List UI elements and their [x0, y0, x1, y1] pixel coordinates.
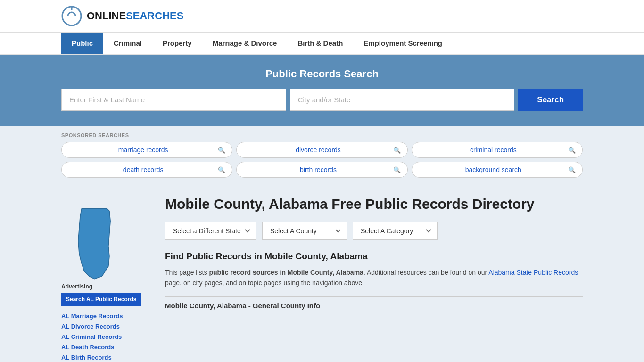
sponsored-background[interactable]: background search 🔍	[412, 162, 583, 178]
sidebar-link-divorce[interactable]: AL Divorce Records	[61, 322, 151, 330]
search-button[interactable]: Search	[518, 89, 583, 111]
directory-title: Mobile County, Alabama Free Public Recor…	[165, 196, 583, 213]
find-text-bold: public record sources in Mobile County, …	[209, 269, 363, 276]
sidebar-links: AL Marriage Records AL Divorce Records A…	[61, 312, 151, 362]
nav-item-birth-death[interactable]: Birth & Death	[287, 33, 353, 54]
county-dropdown[interactable]: Select A County	[262, 222, 347, 240]
state-dropdown[interactable]: Select a Different State	[165, 222, 256, 240]
sidebar-link-birth[interactable]: AL Birth Records	[61, 353, 151, 362]
logo-text: ONLINESEARCHES	[87, 10, 183, 22]
search-icon-3: 🔍	[568, 147, 576, 154]
logo: ONLINESEARCHES	[61, 6, 183, 26]
search-icon-2: 🔍	[393, 147, 401, 154]
sidebar-ad-label: Advertising	[61, 283, 151, 290]
nav-item-marriage-divorce[interactable]: Marriage & Divorce	[202, 33, 288, 54]
main-nav: Public Criminal Property Marriage & Divo…	[0, 33, 644, 55]
sidebar-link-marriage[interactable]: AL Marriage Records	[61, 312, 151, 320]
sponsored-grid: marriage records 🔍 divorce records 🔍 cri…	[61, 142, 583, 178]
nav-item-criminal[interactable]: Criminal	[103, 33, 152, 54]
sponsored-label: SPONSORED SEARCHES	[61, 132, 583, 138]
search-icon-6: 🔍	[568, 166, 576, 173]
alabama-state-link[interactable]: Alabama State Public Records	[488, 269, 578, 276]
state-map	[61, 206, 151, 283]
sidebar-ad-button[interactable]: Search AL Public Records	[61, 293, 141, 306]
logo-searches: SEARCHES	[126, 10, 183, 22]
sidebar: Advertising Search AL Public Records AL …	[61, 188, 151, 362]
sponsored-divorce-link[interactable]: divorce records	[243, 146, 393, 154]
sponsored-criminal[interactable]: criminal records 🔍	[412, 142, 583, 158]
find-text-mid: . Additional resources can be found on o…	[363, 269, 488, 276]
search-banner-title: Public Records Search	[61, 68, 583, 80]
sponsored-marriage[interactable]: marriage records 🔍	[61, 142, 232, 158]
nav-item-employment[interactable]: Employment Screening	[353, 33, 453, 54]
nav-item-public[interactable]: Public	[61, 33, 103, 54]
search-banner: Public Records Search Search	[0, 55, 644, 126]
sidebar-link-death[interactable]: AL Death Records	[61, 343, 151, 351]
name-input[interactable]	[61, 89, 286, 111]
logo-online: ONLINE	[87, 10, 126, 22]
find-text: This page lists public record sources in…	[165, 267, 583, 288]
sidebar-link-criminal[interactable]: AL Criminal Records	[61, 332, 151, 341]
sponsored-birth[interactable]: birth records 🔍	[236, 162, 407, 178]
sponsored-marriage-link[interactable]: marriage records	[68, 146, 218, 154]
sponsored-divorce[interactable]: divorce records 🔍	[236, 142, 407, 158]
find-title: Find Public Records in Mobile County, Al…	[165, 251, 583, 262]
sponsored-death-link[interactable]: death records	[68, 166, 218, 173]
search-form: Search	[61, 89, 583, 111]
dropdowns-row: Select a Different State Select A County…	[165, 222, 583, 240]
search-icon-5: 🔍	[393, 166, 401, 173]
nav-item-property[interactable]: Property	[152, 33, 202, 54]
find-text-intro: This page lists	[165, 269, 209, 276]
location-input[interactable]	[290, 89, 515, 111]
category-dropdown[interactable]: Select A Category	[353, 222, 438, 240]
sponsored-background-link[interactable]: background search	[419, 166, 568, 173]
county-info-title: Mobile County, Alabama - General County …	[165, 296, 583, 310]
search-icon-4: 🔍	[218, 166, 225, 173]
sponsored-criminal-link[interactable]: criminal records	[419, 146, 568, 154]
search-icon-1: 🔍	[218, 147, 225, 154]
sponsored-death[interactable]: death records 🔍	[61, 162, 232, 178]
logo-icon	[61, 6, 82, 26]
find-text-end: page, on city pages, and on topic pages …	[165, 279, 364, 287]
main-content: Mobile County, Alabama Free Public Recor…	[151, 188, 583, 362]
svg-point-2	[71, 7, 73, 8]
header: ONLINESEARCHES	[0, 0, 644, 33]
sponsored-birth-link[interactable]: birth records	[243, 166, 393, 173]
